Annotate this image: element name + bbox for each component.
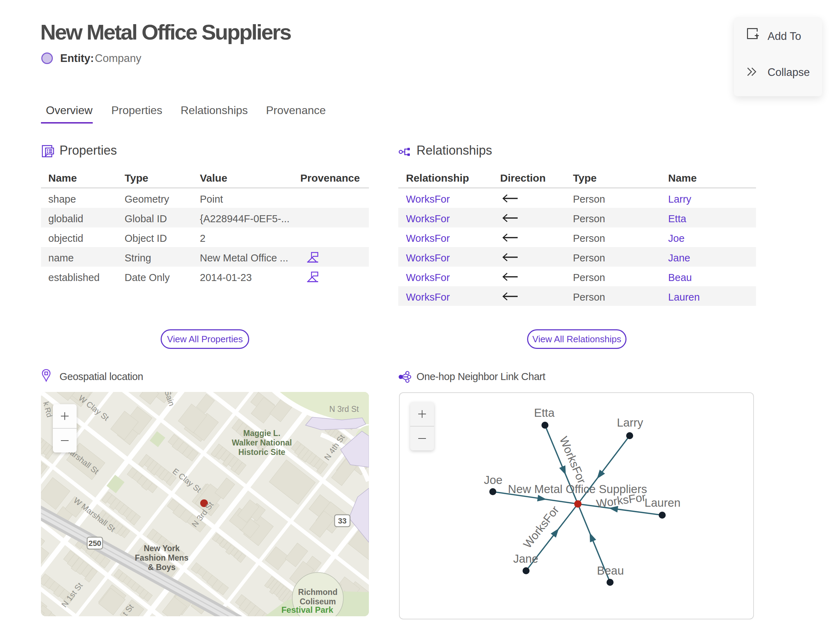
svg-text:Etta: Etta xyxy=(534,406,555,419)
svg-text:Richmond: Richmond xyxy=(298,588,337,597)
svg-text:N 3rd St: N 3rd St xyxy=(329,405,359,413)
svg-text:Jane: Jane xyxy=(513,552,538,565)
svg-text:Lauren: Lauren xyxy=(645,496,681,509)
svg-text:Historic Site: Historic Site xyxy=(239,448,285,457)
svg-text:33: 33 xyxy=(338,517,347,525)
svg-text:Joe: Joe xyxy=(484,474,502,486)
svg-text:250: 250 xyxy=(89,539,102,548)
svg-text:Larry: Larry xyxy=(617,416,643,429)
svg-text:Maggie L.: Maggie L. xyxy=(243,429,280,438)
svg-text:Walker National: Walker National xyxy=(232,438,292,447)
svg-text:Beau: Beau xyxy=(597,564,624,577)
svg-text:Festival Park: Festival Park xyxy=(282,605,334,615)
svg-text:WorksFor: WorksFor xyxy=(557,435,589,486)
svg-text:& Boys: & Boys xyxy=(148,563,175,572)
svg-text:WorksFor: WorksFor xyxy=(521,503,562,550)
svg-text:New York: New York xyxy=(144,544,180,553)
svg-text:Fashion Mens: Fashion Mens xyxy=(135,553,188,563)
